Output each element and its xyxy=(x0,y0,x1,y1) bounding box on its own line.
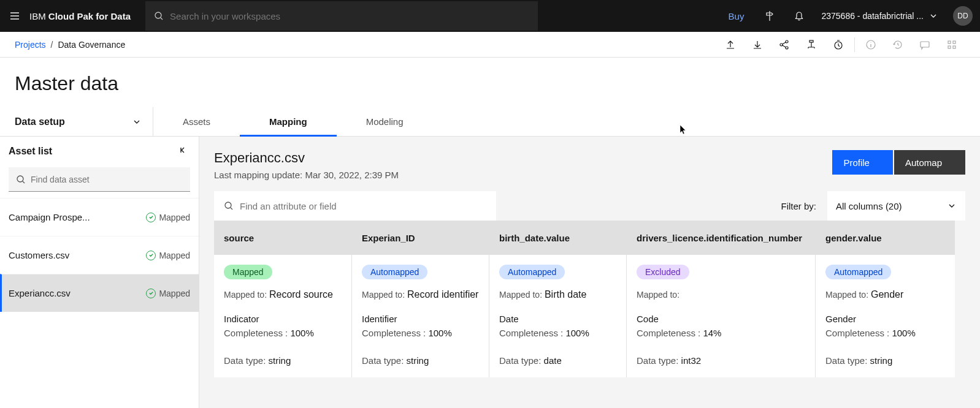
global-search[interactable] xyxy=(145,1,538,31)
svg-point-1 xyxy=(780,43,783,46)
completeness: Completeness : 100% xyxy=(499,328,616,338)
search-icon xyxy=(154,11,164,21)
column-card[interactable]: sourceMappedMapped to: Record sourceIndi… xyxy=(214,221,351,377)
attribute-class: Date xyxy=(499,314,616,324)
mapping-pill: Mapped xyxy=(224,265,272,279)
column-header: gender.value xyxy=(816,221,955,255)
column-header: birth_date.value xyxy=(489,221,626,255)
asset-name: Customers.csv xyxy=(9,250,69,260)
asset-item-customers[interactable]: Customers.csv Mapped xyxy=(0,236,199,274)
data-type: Data type: string xyxy=(825,355,945,366)
asset-item-experiancc[interactable]: Experiancc.csv Mapped xyxy=(0,274,199,312)
tab-assets[interactable]: Assets xyxy=(153,107,240,136)
breadcrumb-projects-link[interactable]: Projects xyxy=(15,40,46,50)
profile-button[interactable]: Profile xyxy=(832,150,893,175)
user-avatar[interactable]: DD xyxy=(953,6,973,26)
mapping-pill: Automapped xyxy=(499,265,565,279)
mapped-to: Mapped to: Record identifier xyxy=(362,288,479,301)
tab-row: Data setup Assets Mapping Modeling xyxy=(0,107,980,137)
timer-icon[interactable] xyxy=(825,32,852,57)
breadcrumb-bar: Projects / Data Governance xyxy=(0,32,980,58)
attribute-class: Gender xyxy=(825,314,945,324)
attribute-class: Identifier xyxy=(362,314,479,324)
svg-point-3 xyxy=(786,47,788,49)
column-card[interactable]: Experian_IDAutomappedMapped to: Record i… xyxy=(351,221,489,377)
upload-icon[interactable] xyxy=(717,32,744,57)
search-icon xyxy=(224,201,234,211)
project-action-icons xyxy=(717,32,965,57)
data-setup-label: Data setup xyxy=(15,116,65,127)
svg-point-12 xyxy=(17,176,23,182)
filter-dropdown[interactable]: All columns (20) xyxy=(827,191,965,221)
column-header: drivers_licence.identification_number xyxy=(627,221,815,255)
main-content: Experiancc.csv Last mapping update: Mar … xyxy=(199,137,980,408)
notifications-icon[interactable] xyxy=(784,10,814,22)
download-icon[interactable] xyxy=(744,32,771,57)
global-search-input[interactable] xyxy=(170,11,529,21)
svg-rect-9 xyxy=(953,41,955,43)
breadcrumb-separator: / xyxy=(51,40,53,50)
asset-name: Campaign Prospe... xyxy=(9,212,90,222)
file-subtitle: Last mapping update: Mar 30, 2022, 2:39 … xyxy=(214,170,832,180)
column-header: Experian_ID xyxy=(352,221,489,255)
attribute-class: Code xyxy=(637,314,805,324)
asset-search[interactable] xyxy=(9,167,190,192)
menu-button[interactable] xyxy=(0,10,29,22)
chevron-down-icon xyxy=(928,11,938,21)
asset-search-input[interactable] xyxy=(31,175,183,184)
tab-modeling[interactable]: Modeling xyxy=(337,107,433,136)
svg-rect-11 xyxy=(953,46,955,48)
checkmark-icon xyxy=(146,251,156,260)
filter-value: All columns (20) xyxy=(836,201,902,211)
columns-scroller[interactable]: sourceMappedMapped to: Record sourceIndi… xyxy=(204,221,980,377)
attribute-search[interactable] xyxy=(214,191,496,221)
column-card[interactable]: birth_date.valueAutomappedMapped to: Bir… xyxy=(489,221,626,377)
graph-icon[interactable] xyxy=(771,32,798,57)
mapped-to: Mapped to: Birth date xyxy=(499,288,616,301)
filter-by-label: Filter by: xyxy=(781,201,817,211)
buy-link[interactable]: Buy xyxy=(718,11,756,21)
mapping-pill: Excluded xyxy=(637,265,689,279)
mapped-to: Mapped to: Record source xyxy=(224,288,342,301)
grid-icon[interactable] xyxy=(938,32,965,57)
asset-name: Experiancc.csv xyxy=(9,288,71,298)
tab-mapping[interactable]: Mapping xyxy=(240,107,337,136)
checkmark-icon xyxy=(146,213,156,222)
completeness: Completeness : 14% xyxy=(637,328,805,338)
chevron-down-icon xyxy=(132,117,142,127)
brand-label: IBM Cloud Pak for Data xyxy=(29,11,131,21)
account-switcher[interactable]: 2375686 - datafabrictrial ... xyxy=(814,11,946,21)
search-icon xyxy=(16,175,26,184)
attribute-search-input[interactable] xyxy=(240,201,486,211)
flow-icon[interactable] xyxy=(798,32,825,57)
data-type: Data type: date xyxy=(499,355,616,366)
history-icon[interactable] xyxy=(884,32,911,57)
asset-status: Mapped xyxy=(146,289,190,298)
info-icon[interactable] xyxy=(857,32,884,57)
column-card[interactable]: drivers_licence.identification_numberExc… xyxy=(626,221,815,377)
column-card[interactable]: gender.valueAutomappedMapped to: GenderG… xyxy=(815,221,955,377)
automap-button[interactable]: Automap xyxy=(894,150,965,175)
mapping-pill: Automapped xyxy=(362,265,427,279)
data-type: Data type: string xyxy=(362,355,479,366)
asset-status: Mapped xyxy=(146,213,190,222)
asset-status: Mapped xyxy=(146,251,190,260)
signpost-icon[interactable] xyxy=(755,10,784,22)
column-header: source xyxy=(214,221,351,255)
collapse-sidebar-button[interactable] xyxy=(178,145,188,157)
checkmark-icon xyxy=(146,289,156,298)
svg-point-13 xyxy=(225,202,231,208)
svg-rect-4 xyxy=(810,40,813,42)
attribute-class: Indicator xyxy=(224,314,342,324)
chat-icon[interactable] xyxy=(911,32,938,57)
mapping-pill: Automapped xyxy=(825,265,891,279)
mapped-to: Mapped to: xyxy=(637,288,805,301)
asset-list-title: Asset list xyxy=(9,146,52,157)
data-setup-dropdown[interactable]: Data setup xyxy=(0,107,153,136)
account-label: 2375686 - datafabrictrial ... xyxy=(821,11,924,21)
file-title: Experiancc.csv xyxy=(214,150,832,166)
svg-point-0 xyxy=(155,12,161,18)
asset-item-campaign-prospects[interactable]: Campaign Prospe... Mapped xyxy=(0,198,199,236)
data-type: Data type: int32 xyxy=(637,355,805,366)
chevron-down-icon xyxy=(947,201,957,211)
